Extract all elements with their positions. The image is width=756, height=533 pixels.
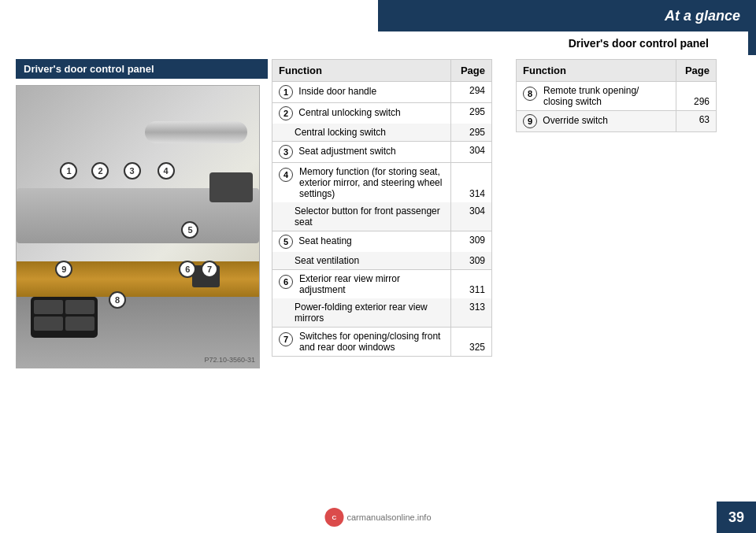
table-row: Seat ventilation 309 xyxy=(272,252,492,270)
item-number: 8 xyxy=(523,87,537,101)
function-cell: 7 Switches for opening/closing front and… xyxy=(272,328,451,357)
function-text: Inside door handle xyxy=(298,86,376,97)
function-cell: 3 Seat adjustment switch xyxy=(272,142,451,163)
left-panel: Driver's door control panel xyxy=(16,59,268,368)
function-text: Power-folding exterior rear view mirrors xyxy=(295,302,428,324)
tables-area: Function Page 1 Inside door handle 294 2 xyxy=(272,59,740,357)
table-row: 8 Remote trunk opening/ closing switch 2… xyxy=(517,82,717,111)
table-row: 1 Inside door handle 294 xyxy=(272,82,492,103)
function-cell: 4 Memory function (for storing seat, ext… xyxy=(272,163,451,203)
function-text: Seat ventilation xyxy=(295,255,359,266)
table-row: 7 Switches for opening/closing front and… xyxy=(272,328,492,357)
section-heading: Driver's door control panel xyxy=(378,31,756,55)
function-cell: 2 Central unlocking switch xyxy=(272,103,451,124)
function-text: Selector button for front passenger seat xyxy=(295,205,440,228)
badge-7: 7 xyxy=(201,261,218,278)
function-cell: 5 Seat heating xyxy=(272,231,451,253)
main-table-function-header: Function xyxy=(272,60,451,82)
image-credit: P72.10-3560-31 xyxy=(204,356,255,364)
function-cell: Power-folding exterior rear view mirrors xyxy=(272,298,451,328)
header-bar: At a glance xyxy=(378,0,756,31)
door-handle-graphic xyxy=(145,121,247,143)
page-number-cell: 313 xyxy=(451,298,492,328)
page-number-cell: 295 xyxy=(451,103,492,124)
page-number-cell: 304 xyxy=(451,202,492,231)
left-panel-heading: Driver's door control panel xyxy=(16,59,268,79)
function-text: Override switch xyxy=(543,115,608,126)
table-row: 9 Override switch 63 xyxy=(517,111,717,132)
page-number-cell: 63 xyxy=(676,111,717,132)
side-function-table: Function Page 8 Remote trunk opening/ cl… xyxy=(516,59,717,132)
badge-2: 2 xyxy=(91,162,109,180)
function-text: Exterior rear view mirror adjustment xyxy=(299,273,444,295)
table-row: 3 Seat adjustment switch 304 xyxy=(272,142,492,163)
page-number-cell: 296 xyxy=(676,82,717,111)
page-number-cell: 309 xyxy=(451,252,492,270)
seat-adjust-graphic xyxy=(209,172,253,202)
tables-wrapper: Function Page 1 Inside door handle 294 2 xyxy=(272,59,740,357)
section-bar-accent xyxy=(748,31,756,55)
function-cell: 8 Remote trunk opening/ closing switch xyxy=(517,82,676,111)
item-number: 1 xyxy=(279,85,293,99)
wood-trim-graphic xyxy=(17,261,259,297)
item-number: 7 xyxy=(279,332,293,346)
window-switches-block xyxy=(31,297,98,338)
function-cell: 6 Exterior rear view mirror adjustment xyxy=(272,270,451,299)
page-number-cell: 294 xyxy=(451,82,492,103)
function-cell: 1 Inside door handle xyxy=(272,82,451,103)
page-number-cell: 309 xyxy=(451,231,492,253)
function-text: Remote trunk opening/ closing switch xyxy=(543,85,669,107)
item-number: 5 xyxy=(279,235,293,249)
page-number-cell: 304 xyxy=(451,142,492,163)
table-row: 6 Exterior rear view mirror adjustment 3… xyxy=(272,270,492,299)
function-text: Seat adjustment switch xyxy=(298,146,395,157)
watermark-logo: C xyxy=(324,508,343,527)
function-cell: Selector button for front passenger seat xyxy=(272,202,451,231)
main-table-page-header: Page xyxy=(451,60,492,82)
badge-4: 4 xyxy=(158,162,175,180)
badge-3: 3 xyxy=(124,162,141,180)
item-number: 6 xyxy=(279,275,293,289)
table-row: Selector button for front passenger seat… xyxy=(272,202,492,231)
main-function-table: Function Page 1 Inside door handle 294 2 xyxy=(272,59,492,357)
function-cell: Seat ventilation xyxy=(272,252,451,270)
side-table-function-header: Function xyxy=(517,60,676,82)
table-row: 2 Central unlocking switch 295 xyxy=(272,103,492,124)
page-number-cell: 295 xyxy=(451,124,492,142)
function-text: Central unlocking switch xyxy=(298,107,400,118)
item-number: 9 xyxy=(523,114,537,128)
page-number-cell: 314 xyxy=(451,163,492,203)
table-row: 5 Seat heating 309 xyxy=(272,231,492,253)
function-text: Switches for opening/closing front and r… xyxy=(299,331,444,353)
section-title: Driver's door control panel xyxy=(569,37,709,50)
table-row: 4 Memory function (for storing seat, ext… xyxy=(272,163,492,203)
badge-1: 1 xyxy=(60,162,77,180)
function-cell: Central locking switch xyxy=(272,124,451,142)
function-text: Central locking switch xyxy=(295,127,386,138)
page-number-cell: 311 xyxy=(451,270,492,299)
table-row: Central locking switch 295 xyxy=(272,124,492,142)
function-cell: 9 Override switch xyxy=(517,111,676,132)
item-number: 4 xyxy=(279,168,293,182)
watermark: C carmanualsonline.info xyxy=(324,508,431,527)
function-text: Seat heating xyxy=(298,235,351,246)
side-table-page-header: Page xyxy=(676,60,717,82)
page-number-cell: 325 xyxy=(451,328,492,357)
page-title: At a glance xyxy=(665,8,740,24)
table-row: Power-folding exterior rear view mirrors… xyxy=(272,298,492,328)
door-image: 1 2 3 4 5 6 7 8 9 P72.10-3560-31 xyxy=(16,85,260,368)
page-number-badge: 39 xyxy=(717,502,756,533)
item-number: 3 xyxy=(279,145,293,159)
door-image-inner: 1 2 3 4 5 6 7 8 9 P72.10-3560-31 xyxy=(17,86,259,368)
item-number: 2 xyxy=(279,106,293,120)
function-text: Memory function (for storing seat, exter… xyxy=(299,166,444,199)
watermark-text: carmanualsonline.info xyxy=(346,513,431,522)
